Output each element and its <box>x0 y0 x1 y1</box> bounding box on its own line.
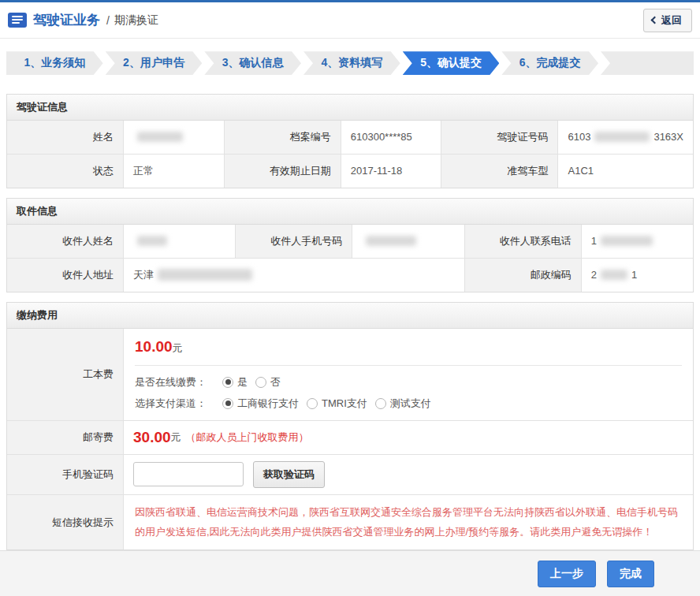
production-fee-label: 工本费 <box>7 329 123 420</box>
redacted-blur <box>594 132 650 142</box>
step-1-notice[interactable]: 1、业务须知 <box>6 51 103 75</box>
license-no-suffix: 3163X <box>653 131 683 143</box>
recipient-address-label: 收件人地址 <box>7 259 123 292</box>
recipient-phone-label: 收件人联系电话 <box>465 225 581 258</box>
chevron-left-icon <box>651 17 659 24</box>
header: 驾驶证业务 / 期满换证 返回 <box>0 2 700 39</box>
sms-code-input[interactable] <box>133 462 244 486</box>
finish-button[interactable]: 完成 <box>607 561 654 587</box>
vehicle-class-value: A1C1 <box>558 155 693 188</box>
sms-code-cell: 获取验证码 <box>124 455 693 494</box>
redacted-blur <box>601 270 627 280</box>
step-4-fill-data[interactable]: 4、资料填写 <box>303 51 400 75</box>
pay-channel-row: 选择支付渠道： 工商银行支付 TMRI支付 测试支付 <box>135 397 682 411</box>
redacted-blur <box>366 236 416 246</box>
online-pay-question: 是否在线缴费： <box>135 375 207 389</box>
postal-code-label: 邮政编码 <box>465 259 581 292</box>
sms-code-label: 手机验证码 <box>7 455 123 494</box>
production-fee-cell: 10.00元 是否在线缴费： 是 否 选择支付渠道： 工商银行支付 TMRI支付 <box>124 329 693 420</box>
get-sms-code-button[interactable]: 获取验证码 <box>253 461 325 488</box>
radio-channel-test[interactable] <box>375 398 386 409</box>
production-fee-amount: 10.00 <box>135 338 173 355</box>
file-no-label: 档案编号 <box>225 121 341 154</box>
radio-channel-icbc[interactable] <box>222 398 233 409</box>
postage-fee-unit: 元 <box>171 430 181 445</box>
radio-online-yes-label[interactable]: 是 <box>237 375 248 389</box>
fees-section-title: 缴纳费用 <box>7 303 693 329</box>
name-value <box>124 121 224 154</box>
license-menu-icon <box>8 13 27 28</box>
pickup-info-section: 取件信息 收件人姓名 收件人手机号码 收件人联系电话 1 收件人地址 天津 邮政… <box>6 198 694 292</box>
vehicle-class-label: 准驾车型 <box>441 155 557 188</box>
license-no-value: 6103 3163X <box>558 121 693 154</box>
radio-channel-icbc-label[interactable]: 工商银行支付 <box>237 397 299 411</box>
file-no-value: 610300****85 <box>341 121 441 154</box>
recipient-phone-value: 1 <box>582 225 693 258</box>
name-label: 姓名 <box>7 121 123 154</box>
license-no-label: 驾驶证号码 <box>441 121 557 154</box>
radio-channel-tmri-label[interactable]: TMRI支付 <box>322 397 367 411</box>
step-bar-filler <box>601 51 694 75</box>
fees-table: 工本费 10.00元 是否在线缴费： 是 否 选择支付渠道： 工商银行支付 <box>7 329 693 549</box>
breadcrumb-current: 期满换证 <box>114 13 158 28</box>
license-info-table: 姓名 档案编号 610300****85 驾驶证号码 6103 3163X 状态… <box>7 121 693 188</box>
pickup-info-table: 收件人姓名 收件人手机号码 收件人联系电话 1 收件人地址 天津 邮政编码 2 … <box>7 225 693 292</box>
footer-bar: 上一步 完成 <box>0 550 700 596</box>
postal-code-value: 2 1 <box>582 259 693 292</box>
production-fee-unit: 元 <box>173 342 183 354</box>
step-indicator: 1、业务须知 2、用户申告 3、确认信息 4、资料填写 5、确认提交 6、完成提… <box>6 51 694 75</box>
status-label: 状态 <box>7 155 123 188</box>
sms-notice-text: 因陕西省联通、电信运营商技术问题，陕西省互联网交通安全综合服务管理平台无法向持陕… <box>124 495 693 549</box>
page: 驾驶证业务 / 期满换证 返回 1、业务须知 2、用户申告 3、确认信息 4、资… <box>0 0 700 596</box>
recipient-mobile-value <box>352 225 464 258</box>
status-value: 正常 <box>124 155 224 188</box>
postage-fee-cell: 30.00元 （邮政人员上门收取费用） <box>124 421 693 454</box>
back-button[interactable]: 返回 <box>643 9 692 32</box>
postal-code-suffix: 1 <box>631 269 637 281</box>
pay-channel-question: 选择支付渠道： <box>135 397 207 411</box>
recipient-name-label: 收件人姓名 <box>7 225 123 258</box>
redacted-blur <box>137 132 183 142</box>
valid-until-value: 2017-11-18 <box>341 155 441 188</box>
license-no-prefix: 6103 <box>568 131 590 143</box>
step-2-declaration[interactable]: 2、用户申告 <box>106 51 203 75</box>
postage-fee-note: （邮政人员上门收取费用） <box>186 430 309 445</box>
breadcrumb-separator: / <box>106 14 110 27</box>
radio-online-no[interactable] <box>255 377 266 388</box>
valid-until-label: 有效期止日期 <box>225 155 341 188</box>
radio-channel-test-label[interactable]: 测试支付 <box>390 397 431 411</box>
recipient-name-value <box>124 225 235 258</box>
recipient-phone-prefix: 1 <box>591 235 597 247</box>
postage-fee-label: 邮寄费 <box>7 421 123 454</box>
previous-step-button[interactable]: 上一步 <box>538 561 596 587</box>
redacted-blur <box>601 236 653 246</box>
fee-divider <box>135 365 682 366</box>
recipient-mobile-label: 收件人手机号码 <box>236 225 352 258</box>
step-3-confirm-info[interactable]: 3、确认信息 <box>204 51 301 75</box>
postage-fee-amount: 30.00 <box>133 429 171 446</box>
radio-online-no-label[interactable]: 否 <box>270 375 281 389</box>
pickup-section-title: 取件信息 <box>7 199 693 225</box>
step-6-complete[interactable]: 6、完成提交 <box>501 51 598 75</box>
fees-section: 缴纳费用 工本费 10.00元 是否在线缴费： 是 否 选择支付渠道： <box>6 302 694 550</box>
production-fee-amount-line: 10.00元 <box>135 338 682 356</box>
online-pay-row: 是否在线缴费： 是 否 <box>135 375 682 389</box>
license-section-title: 驾驶证信息 <box>7 95 693 121</box>
recipient-address-prefix: 天津 <box>133 268 154 282</box>
back-button-label: 返回 <box>661 13 682 28</box>
radio-channel-tmri[interactable] <box>307 398 318 409</box>
recipient-address-value: 天津 <box>124 259 464 292</box>
step-5-confirm-submit[interactable]: 5、确认提交 <box>403 51 500 75</box>
license-info-section: 驾驶证信息 姓名 档案编号 610300****85 驾驶证号码 6103 31… <box>6 94 694 188</box>
sms-notice-label: 短信接收提示 <box>7 495 123 549</box>
redacted-blur <box>137 236 167 246</box>
postal-code-prefix: 2 <box>591 269 597 281</box>
radio-online-yes[interactable] <box>222 377 233 388</box>
page-title: 驾驶证业务 <box>33 11 100 29</box>
redacted-blur <box>158 269 252 281</box>
